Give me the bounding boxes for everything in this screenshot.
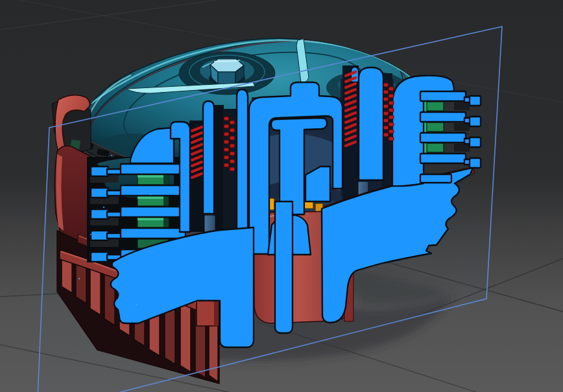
spring-tower-right	[359, 67, 383, 180]
spring-post-left	[203, 101, 214, 214]
hub-center-stripe	[275, 202, 293, 333]
viewport-canvas[interactable]	[0, 0, 563, 392]
hex-bolt[interactable]	[210, 59, 244, 85]
